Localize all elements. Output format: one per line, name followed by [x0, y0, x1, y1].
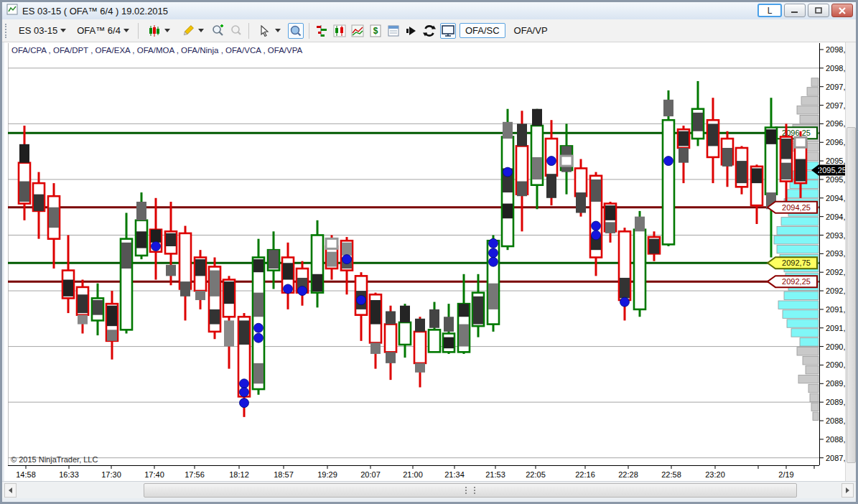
svg-text:2092,25: 2092,25 [782, 277, 811, 286]
tab-ofa-vp[interactable]: OFA/VP [509, 24, 553, 37]
svg-text:17:40: 17:40 [144, 470, 164, 479]
toolbar-separator [309, 23, 309, 39]
properties-panel-icon[interactable] [386, 24, 401, 38]
title-bar[interactable]: ES 03-15 ( OFA™ 6/4 ) 19.02.2015 L [2, 2, 856, 20]
chevron-down-icon [198, 29, 204, 32]
svg-text:22:58: 22:58 [661, 470, 681, 479]
svg-text:2095,25: 2095,25 [818, 166, 847, 174]
svg-text:20:07: 20:07 [360, 470, 381, 479]
svg-text:18:57: 18:57 [274, 470, 294, 479]
svg-text:2092,75: 2092,75 [782, 258, 811, 267]
vertical-scrollbar-thumb[interactable] [847, 127, 856, 463]
vertical-scrollbar[interactable] [845, 42, 856, 481]
svg-text:17:30: 17:30 [101, 470, 121, 479]
chart-app-icon [6, 4, 18, 18]
svg-text:22:16: 22:16 [575, 470, 595, 479]
svg-text:23:20: 23:20 [705, 470, 725, 479]
period-dropdown[interactable]: OFA™ 6/4 [73, 23, 133, 38]
zoom-in-icon[interactable] [211, 24, 225, 38]
svg-text:17:56: 17:56 [185, 470, 205, 479]
monitor-icon[interactable] [440, 23, 456, 39]
svg-text:14:58: 14:58 [16, 470, 36, 479]
reload-icon[interactable] [422, 24, 437, 38]
svg-text:16:33: 16:33 [59, 470, 79, 479]
chart-type-line-icon[interactable] [350, 24, 365, 38]
minimize-button[interactable] [784, 4, 806, 17]
scrollbar-grip-icon [465, 487, 475, 494]
chart-window: ES 03-15 ( OFA™ 6/4 ) 19.02.2015 L ES 03… [0, 0, 858, 504]
svg-text:2094,25: 2094,25 [782, 203, 811, 212]
close-button[interactable] [831, 4, 853, 17]
chart-style-dropdown[interactable] [144, 22, 174, 40]
restore-button[interactable] [808, 4, 829, 17]
drawing-pencil-icon [181, 24, 195, 38]
svg-text:22:28: 22:28 [618, 470, 638, 479]
cursor-dropdown[interactable] [254, 22, 284, 40]
instrument-dropdown[interactable]: ES 03-15 [15, 23, 70, 38]
chevron-down-icon [275, 29, 281, 32]
chevron-down-icon [164, 29, 170, 32]
svg-text:19:29: 19:29 [317, 470, 337, 479]
chart-type-candles-icon[interactable] [332, 24, 347, 38]
cursor-pointer-icon [258, 24, 272, 38]
chevron-down-icon [60, 29, 66, 32]
scroll-right-arrow[interactable] [841, 483, 854, 498]
toolbar-separator [138, 23, 139, 39]
svg-text:© 2015 NinjaTrader, LLC: © 2015 NinjaTrader, LLC [11, 455, 98, 464]
indicators-label: OFA/CPA , OFA/DPT , OFA/EXA , OFA/MOA , … [11, 46, 302, 55]
svg-text:2/19: 2/19 [778, 470, 793, 479]
drawing-tools-dropdown[interactable] [177, 22, 207, 40]
data-box-magnifier-icon[interactable] [288, 23, 304, 39]
chevron-down-icon [123, 29, 129, 32]
horizontal-scrollbar[interactable] [2, 481, 856, 498]
play-arrow-icon[interactable] [404, 24, 419, 38]
instrument-label: ES 03-15 [19, 25, 57, 36]
chart-style-candles-icon [147, 24, 162, 38]
zoom-out-icon[interactable] [229, 24, 243, 38]
toolbar-grip[interactable] [5, 24, 10, 38]
horizontal-scrollbar-thumb[interactable] [144, 483, 797, 498]
toolbar-separator [248, 23, 249, 39]
svg-text:21:34: 21:34 [444, 470, 465, 479]
svg-text:21:00: 21:00 [403, 470, 423, 479]
svg-text:21:53: 21:53 [485, 470, 505, 479]
toolbar: ES 03-15 OFA™ 6/4 [2, 19, 856, 42]
period-label: OFA™ 6/4 [77, 25, 121, 36]
svg-text:$: $ [373, 26, 378, 36]
svg-text:22:05: 22:05 [526, 470, 546, 479]
market-depth-bars-icon[interactable] [314, 24, 329, 38]
account-dollar-icon[interactable]: $ [368, 24, 383, 38]
tab-ofa-sc[interactable]: OFA/SC [460, 23, 505, 38]
link-button[interactable]: L [757, 4, 782, 17]
scroll-left-arrow[interactable] [4, 483, 17, 498]
svg-text:18:12: 18:12 [229, 470, 249, 479]
window-title: ES 03-15 ( OFA™ 6/4 ) 19.02.2015 [22, 6, 168, 17]
price-chart[interactable]: 2096,252095,252094,252092,752092,252098,… [4, 42, 848, 481]
